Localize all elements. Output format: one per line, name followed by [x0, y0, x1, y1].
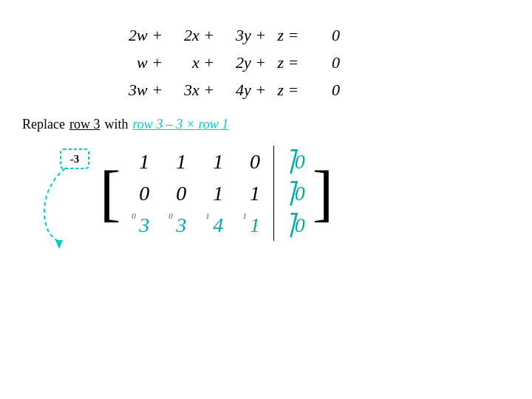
eq1-term3: 3y + [214, 22, 266, 48]
r3c4: 1 1 [236, 209, 273, 241]
replace-instruction: Replace row 3 with row 3 – 3 × row 1 [22, 117, 510, 132]
r1c2: 1 [163, 146, 200, 177]
eq3-term3: 4y + [214, 77, 266, 103]
r3-aug: ⎤0 [273, 209, 311, 241]
r1c3: 1 [200, 146, 236, 177]
row-operation-arrow: -3 [30, 146, 96, 253]
r2-aug: ⎤0 [273, 177, 311, 209]
eq2-rhs: 0 [310, 50, 340, 75]
eq2-equals: z = [266, 50, 310, 75]
equation-row-1: 2w + 2x + 3y + z = 0 [111, 22, 510, 48]
matrix-area: -3 [ 1 1 1 0 ⎤0 [30, 146, 510, 253]
eq3-equals: z = [266, 77, 310, 103]
bracket-right: ] [313, 165, 333, 222]
eq3-term1: 3w + [111, 77, 163, 103]
matrix-row-1: 1 1 1 0 ⎤0 [126, 146, 311, 177]
eq2-term3: 2y + [214, 50, 266, 75]
r3c2: 0 3 [163, 209, 200, 241]
matrix-table: 1 1 1 0 ⎤0 0 0 1 1 ⎤0 [126, 146, 311, 242]
r1c1: 1 [126, 146, 163, 177]
eq2-term2: x + [163, 50, 214, 75]
r1c4: 0 [236, 146, 273, 177]
equation-row-2: w + x + 2y + z = 0 [111, 50, 510, 75]
equation-row-3: 3w + 3x + 4y + z = 0 [111, 77, 510, 103]
equations-top: 2w + 2x + 3y + z = 0 w + x + 2y + z = 0 … [111, 22, 510, 103]
svg-marker-1 [55, 240, 63, 249]
page-container: 2w + 2x + 3y + z = 0 w + x + 2y + z = 0 … [0, 0, 532, 399]
dashed-arrow-svg: -3 [30, 146, 96, 253]
r1-aug: ⎤0 [273, 146, 311, 177]
eq3-rhs: 0 [310, 77, 340, 103]
matrix-row-3: 0 3 0 3 1 4 1 1 [126, 209, 311, 241]
r2c4: 1 [236, 177, 273, 209]
row3-label: row 3 [69, 117, 100, 132]
eq1-rhs: 0 [310, 22, 340, 48]
matrix-row-2: 0 0 1 1 ⎤0 [126, 177, 311, 209]
multiplier-label: -3 [70, 153, 80, 165]
bracket-left: [ [100, 165, 120, 222]
eq1-term1: 2w + [111, 22, 163, 48]
eq1-equals: z = [266, 22, 310, 48]
r2c2: 0 [163, 177, 200, 209]
matrix-wrapper: [ 1 1 1 0 ⎤0 0 0 1 [100, 146, 333, 242]
r3c3: 1 4 [200, 209, 236, 241]
r2c1: 0 [126, 177, 163, 209]
eq1-term2: 2x + [163, 22, 214, 48]
eq3-term2: 3x + [163, 77, 214, 103]
eq2-term1: w + [111, 50, 163, 75]
operation-label: row 3 – 3 × row 1 [132, 117, 228, 132]
with-label: with [104, 117, 128, 132]
r3c1: 0 3 [126, 209, 163, 241]
replace-label: Replace [22, 117, 65, 132]
r2c3: 1 [200, 177, 236, 209]
